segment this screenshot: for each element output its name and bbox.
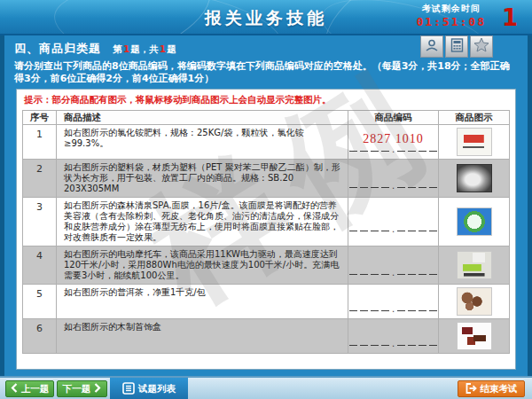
current-question-number: 1: [122, 43, 130, 54]
chevron-left-icon: [11, 383, 18, 395]
product-image[interactable]: [457, 251, 492, 279]
row-number: 2: [23, 160, 57, 198]
product-image[interactable]: [457, 322, 492, 350]
question-panel: 提示：部分商品配有图示，将鼠标移动到商品图示上会自动显示完整图片。 序号商品描述…: [16, 89, 516, 370]
table-body: 1 如右图所示的氯化铵肥料，规格：25KG/袋，颗粒状，氯化铵≥99.3%。 2…: [23, 125, 510, 354]
section-title-bar: 四、商品归类题 第1题，共1题: [14, 41, 176, 57]
commodity-image-cell: [439, 125, 510, 160]
code-blank-line: .: [348, 147, 438, 152]
commodity-description: 如右图所示的电动摩托车，该商品采用11KW电力驱动，最高速度达到120千米/小时…: [57, 246, 348, 285]
app-header: 报关业务技能 考试剩余时间 01:51:08 1: [0, 0, 532, 35]
code-blank-line: .: [348, 270, 438, 275]
row-number: 5: [23, 285, 57, 319]
code-blank-line: .: [348, 184, 438, 188]
end-exam-label: 结束考试: [481, 383, 518, 395]
column-header: 商品编码: [348, 111, 439, 125]
section-instructions: 请分别查出下列商品的8位商品编码，将编码数字填在下列商品编码对应的空格处。（每题…: [14, 60, 518, 85]
row-number: 4: [23, 246, 57, 285]
bottom-toolbar: 上一题 下一题 试题列表 结束考试: [0, 376, 532, 399]
commodity-code-cell[interactable]: 2827 1010 .: [348, 125, 439, 160]
calculator-button[interactable]: [445, 35, 468, 58]
table-row: 6 如右图所示的木制首饰盒 .: [23, 319, 510, 354]
commodity-code-cell[interactable]: .: [348, 160, 439, 198]
calculator-icon: [450, 38, 464, 56]
commodity-table: 序号商品描述商品编码商品图示 1 如右图所示的氯化铵肥料，规格：25KG/袋，颗…: [22, 110, 510, 354]
table-row: 2 如右图所示的塑料袋，材质为塑料（PET 聚对苯二甲酸乙二酯）制，形状为长方形…: [23, 160, 510, 198]
window-border-left: [0, 35, 4, 399]
question-counter: 第1题，共1题: [113, 43, 176, 54]
row-number: 3: [23, 198, 57, 246]
previous-question-button[interactable]: 上一题: [5, 380, 54, 397]
total-question-number: 1: [159, 43, 167, 54]
column-header: 序号: [23, 111, 57, 125]
product-image[interactable]: [457, 128, 492, 156]
exam-timer: 考试剩余时间 01:51:08: [416, 4, 486, 29]
next-question-button[interactable]: 下一题: [57, 380, 107, 397]
previous-question-label: 上一题: [21, 383, 50, 395]
question-list-button[interactable]: 试题列表: [110, 378, 188, 399]
commodity-description: 如右图所示的塑料袋，材质为塑料（PET 聚对苯二甲酸乙二酯）制，形状为长方形，用…: [57, 160, 348, 198]
exit-icon: [466, 383, 477, 395]
table-header-row: 序号商品描述商品编码商品图示: [23, 111, 510, 125]
commodity-image-cell: [439, 198, 510, 246]
product-image[interactable]: [457, 287, 492, 316]
column-header: 商品图示: [439, 111, 510, 125]
table-row: 4 如右图所示的电动摩托车，该商品采用11KW电力驱动，最高速度达到120千米/…: [23, 246, 510, 285]
timer-label: 考试剩余时间: [416, 4, 486, 15]
commodity-code-cell[interactable]: .: [348, 246, 439, 285]
column-header: 商品描述: [57, 111, 348, 125]
attempt-badge: 1: [502, 4, 518, 31]
commodity-description: 如右图所示的森林清泉SPA.面膜，16片/盒。该面膜是将调配好的营养美容液（含有…: [57, 198, 348, 246]
mark-question-button[interactable]: [470, 35, 493, 58]
commodity-code-cell[interactable]: .: [348, 319, 439, 354]
list-icon: [122, 382, 135, 396]
table-row: 5 如右图所示的普洱茶，净重1千克/包 .: [23, 285, 510, 319]
row-number: 6: [23, 319, 57, 354]
code-blank-line: .: [348, 227, 438, 231]
commodity-code-cell[interactable]: .: [348, 285, 439, 319]
commodity-image-cell: [439, 285, 510, 319]
candidate-info-button[interactable]: [420, 35, 443, 58]
code-blank-line: .: [348, 341, 438, 346]
commodity-image-cell: [439, 319, 510, 354]
commodity-description: 如右图所示的氯化铵肥料，规格：25KG/袋，颗粒状，氯化铵≥99.3%。: [57, 125, 348, 160]
next-question-label: 下一题: [63, 383, 91, 395]
product-image[interactable]: [457, 164, 492, 192]
commodity-description: 如右图所示的木制首饰盒: [57, 319, 348, 354]
row-number: 1: [23, 125, 57, 160]
hint-text: 提示：部分商品配有图示，将鼠标移动到商品图示上会自动显示完整图片。: [24, 94, 508, 106]
counter-text: 题: [167, 43, 176, 54]
star-icon: [473, 37, 489, 56]
product-image[interactable]: [457, 207, 492, 236]
counter-text: 题，共: [130, 43, 159, 54]
commodity-image-cell: [439, 246, 510, 285]
window-border-right: [528, 35, 532, 399]
commodity-code-cell[interactable]: .: [348, 198, 439, 246]
end-exam-button[interactable]: 结束考试: [458, 380, 525, 397]
commodity-image-cell: [439, 160, 510, 198]
counter-text: 第: [113, 43, 123, 54]
commodity-description: 如右图所示的普洱茶，净重1千克/包: [57, 285, 348, 319]
header-tool-buttons: [420, 35, 493, 58]
code-blank-line: .: [348, 307, 438, 311]
table-row: 3 如右图所示的森林清泉SPA.面膜，16片/盒。该面膜是将调配好的营养美容液（…: [23, 198, 510, 246]
table-row: 1 如右图所示的氯化铵肥料，规格：25KG/袋，颗粒状，氯化铵≥99.3%。 2…: [23, 125, 510, 160]
question-list-label: 试题列表: [138, 383, 176, 395]
user-icon: [425, 38, 439, 56]
section-title: 四、商品归类题: [14, 42, 101, 55]
chevron-right-icon: [94, 383, 101, 395]
timer-value: 01:51:08: [416, 15, 486, 29]
